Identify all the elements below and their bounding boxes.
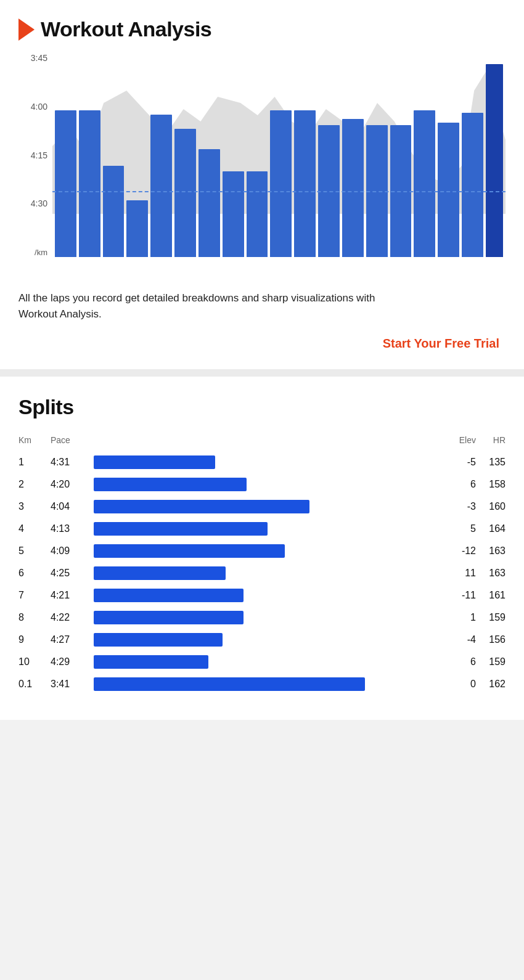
workout-chart: 3:45 4:00 4:15 4:30 /km [18, 54, 506, 276]
split-km: 5 [18, 545, 51, 557]
y-unit: /km [18, 248, 52, 257]
split-hr: 156 [476, 634, 506, 645]
table-row: 5 4:09 -12 163 [18, 540, 506, 562]
table-row: 7 4:21 -11 161 [18, 584, 506, 606]
split-hr: 162 [476, 679, 506, 690]
split-elev: 6 [440, 479, 476, 490]
split-hr: 135 [476, 457, 506, 468]
split-bar-container [94, 544, 440, 558]
split-pace: 4:27 [51, 634, 94, 645]
bar-2 [79, 110, 100, 257]
split-hr: 161 [476, 590, 506, 601]
split-hr: 159 [476, 612, 506, 623]
split-bar-container [94, 478, 440, 491]
split-bar-container [94, 566, 440, 580]
split-bar [94, 655, 208, 669]
bar-10 [270, 110, 292, 257]
bar-13 [342, 119, 364, 257]
header-hr: HR [476, 435, 506, 445]
split-pace: 4:31 [51, 457, 94, 468]
section-divider [0, 369, 524, 377]
split-pace: 4:20 [51, 479, 94, 490]
split-bar-container [94, 655, 440, 669]
y-label-2: 4:00 [18, 102, 52, 111]
split-bar-container [94, 500, 440, 513]
split-hr: 164 [476, 523, 506, 534]
split-km: 3 [18, 501, 51, 512]
trial-link[interactable]: Start Your Free Trial [18, 337, 506, 351]
split-km: 4 [18, 523, 51, 534]
split-elev: -5 [440, 457, 476, 468]
bar-6 [174, 129, 196, 257]
split-km: 1 [18, 457, 51, 468]
split-bar [94, 566, 226, 580]
split-bar-container [94, 589, 440, 602]
split-pace: 4:13 [51, 523, 94, 534]
split-km: 6 [18, 568, 51, 579]
split-hr: 160 [476, 501, 506, 512]
y-axis: 3:45 4:00 4:15 4:30 /km [18, 54, 52, 276]
splits-section: Splits Km Pace Elev HR 1 4:31 -5 135 2 4… [0, 377, 524, 720]
split-hr: 163 [476, 568, 506, 579]
split-pace: 4:25 [51, 568, 94, 579]
split-bar-container [94, 455, 440, 469]
header-pace: Pace [51, 435, 94, 445]
splits-title: Splits [18, 395, 506, 419]
bar-16 [414, 110, 435, 257]
bar-8 [223, 171, 244, 257]
split-elev: 11 [440, 568, 476, 579]
split-bar [94, 522, 268, 536]
table-row: 9 4:27 -4 156 [18, 629, 506, 651]
bars-container [52, 54, 506, 257]
splits-table: Km Pace Elev HR 1 4:31 -5 135 2 4:20 6 1… [18, 431, 506, 695]
split-bar [94, 611, 244, 624]
split-pace: 4:09 [51, 545, 94, 557]
header-elev: Elev [440, 435, 476, 445]
table-row: 3 4:04 -3 160 [18, 496, 506, 518]
split-bar-container [94, 677, 440, 691]
split-elev: 5 [440, 523, 476, 534]
split-km: 8 [18, 612, 51, 623]
split-elev: 1 [440, 612, 476, 623]
bar-4 [126, 200, 148, 257]
page-title: Workout Analysis [41, 17, 211, 41]
bar-5 [150, 115, 172, 257]
chart-inner [52, 54, 506, 276]
split-pace: 4:29 [51, 656, 94, 668]
split-bar [94, 633, 223, 647]
split-km: 10 [18, 656, 51, 668]
split-km: 9 [18, 634, 51, 645]
split-pace: 3:41 [51, 679, 94, 690]
split-km: 2 [18, 479, 51, 490]
split-bar [94, 544, 285, 558]
table-row: 2 4:20 6 158 [18, 473, 506, 496]
split-hr: 158 [476, 479, 506, 490]
split-elev: -4 [440, 634, 476, 645]
split-km: 0.1 [18, 679, 51, 690]
workout-analysis-section: Workout Analysis 3:45 4:00 4:15 4:30 /km [0, 0, 524, 369]
splits-header-row: Km Pace Elev HR [18, 431, 506, 451]
bar-18 [462, 113, 483, 257]
y-label-3: 4:15 [18, 151, 52, 160]
table-row: 6 4:25 11 163 [18, 562, 506, 584]
split-bar [94, 478, 247, 491]
bar-9 [247, 171, 268, 257]
split-bar [94, 500, 309, 513]
split-bar [94, 589, 244, 602]
split-elev: -3 [440, 501, 476, 512]
table-row: 8 4:22 1 159 [18, 606, 506, 629]
split-hr: 163 [476, 545, 506, 557]
workout-header: Workout Analysis [18, 17, 506, 41]
bar-17 [438, 123, 459, 257]
bar-11 [294, 110, 316, 257]
y-label-4: 4:30 [18, 199, 52, 208]
split-pace: 4:22 [51, 612, 94, 623]
bar-3 [103, 166, 125, 258]
split-elev: 0 [440, 679, 476, 690]
split-bar-container [94, 633, 440, 647]
split-bar [94, 677, 365, 691]
bar-7 [199, 149, 220, 257]
split-elev: -12 [440, 545, 476, 557]
y-label-1: 3:45 [18, 54, 52, 62]
splits-rows: 1 4:31 -5 135 2 4:20 6 158 3 4:04 -3 160… [18, 451, 506, 695]
